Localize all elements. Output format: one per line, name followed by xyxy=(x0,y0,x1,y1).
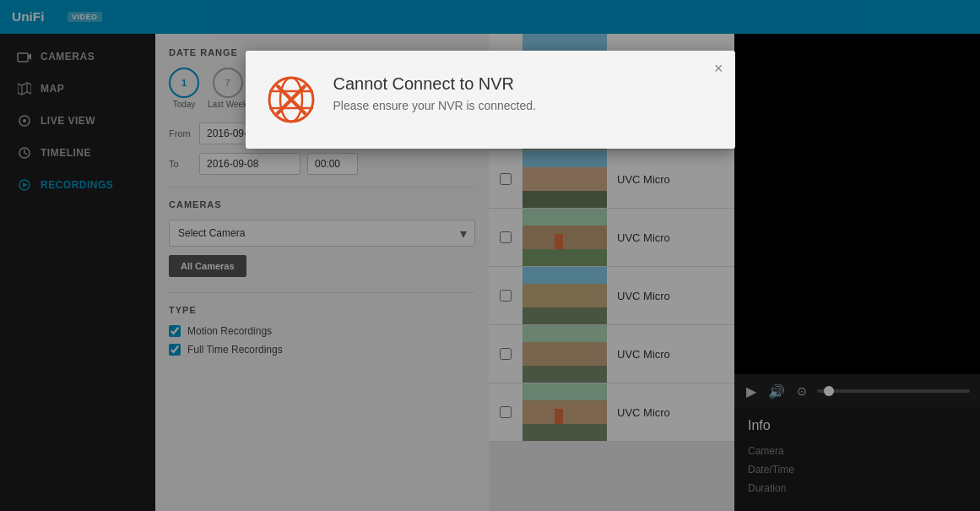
modal-close-button[interactable]: × xyxy=(714,61,723,76)
modal-message: Please ensure your NVR is connected. xyxy=(333,99,708,112)
nvr-error-icon xyxy=(266,74,317,125)
modal-overlay: Cannot Connect to NVR Please ensure your… xyxy=(0,0,980,511)
modal-body: Cannot Connect to NVR Please ensure your… xyxy=(333,74,708,112)
modal-title: Cannot Connect to NVR xyxy=(333,74,708,94)
error-modal: Cannot Connect to NVR Please ensure your… xyxy=(246,51,735,149)
